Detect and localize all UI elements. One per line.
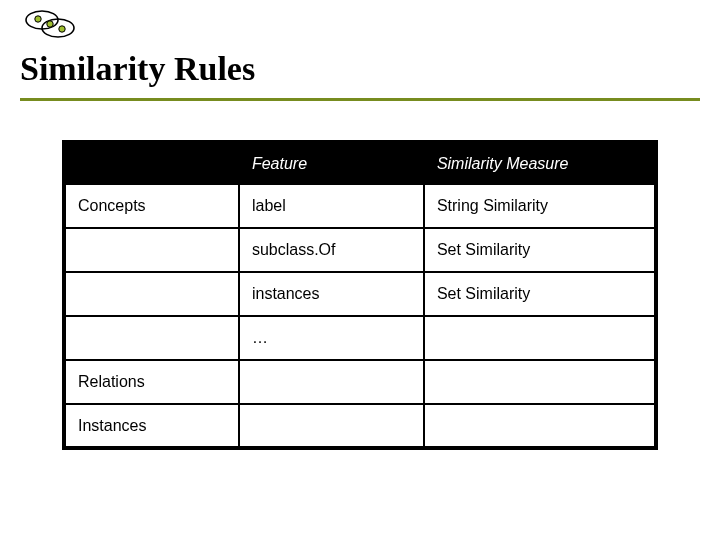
svg-point-4 [59, 26, 65, 32]
cell-measure [424, 316, 656, 360]
cell-feature: subclass.Of [239, 228, 424, 272]
cell-measure [424, 404, 656, 448]
table-row: Relations [64, 360, 656, 404]
cell-measure: Set Similarity [424, 272, 656, 316]
similarity-table: Feature Similarity Measure Concepts labe… [62, 140, 658, 450]
cell-measure: String Similarity [424, 184, 656, 228]
title-underline [20, 98, 700, 101]
cell-entity: Concepts [64, 184, 239, 228]
table-row: Instances [64, 404, 656, 448]
cell-feature: … [239, 316, 424, 360]
svg-point-2 [35, 16, 41, 22]
cell-measure [424, 360, 656, 404]
cell-feature [239, 360, 424, 404]
logo-icon [22, 8, 78, 40]
table-row: subclass.Of Set Similarity [64, 228, 656, 272]
cell-entity: Instances [64, 404, 239, 448]
cell-feature [239, 404, 424, 448]
table-header-row: Feature Similarity Measure [64, 142, 656, 184]
table-row: … [64, 316, 656, 360]
cell-entity [64, 228, 239, 272]
table-row: Concepts label String Similarity [64, 184, 656, 228]
svg-point-3 [47, 21, 53, 27]
cell-entity: Relations [64, 360, 239, 404]
cell-measure: Set Similarity [424, 228, 656, 272]
cell-entity [64, 272, 239, 316]
cell-feature: instances [239, 272, 424, 316]
table-row: instances Set Similarity [64, 272, 656, 316]
cell-feature: label [239, 184, 424, 228]
header-feature: Feature [239, 142, 424, 184]
header-measure: Similarity Measure [424, 142, 656, 184]
slide-title: Similarity Rules [20, 50, 255, 88]
header-entity [64, 142, 239, 184]
cell-entity [64, 316, 239, 360]
